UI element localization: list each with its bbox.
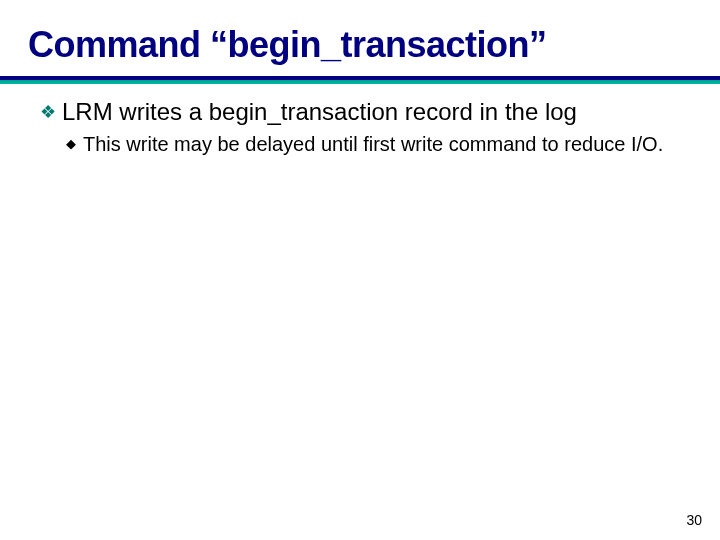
slide: Command “begin_transaction” ❖ LRM writes… bbox=[0, 0, 720, 540]
page-title: Command “begin_transaction” bbox=[28, 24, 692, 66]
list-item-label: This write may be delayed until first wr… bbox=[83, 132, 663, 156]
diamond-bullet-icon: ❖ bbox=[40, 98, 56, 126]
list-item-label: LRM writes a begin_transaction record in… bbox=[62, 98, 577, 126]
slide-body: ❖ LRM writes a begin_transaction record … bbox=[40, 98, 680, 156]
list-item: ❖ LRM writes a begin_transaction record … bbox=[40, 98, 680, 126]
title-rule bbox=[0, 76, 720, 84]
list-item: ◆ This write may be delayed until first … bbox=[66, 132, 680, 156]
page-number: 30 bbox=[686, 512, 702, 528]
square-bullet-icon: ◆ bbox=[66, 132, 76, 156]
